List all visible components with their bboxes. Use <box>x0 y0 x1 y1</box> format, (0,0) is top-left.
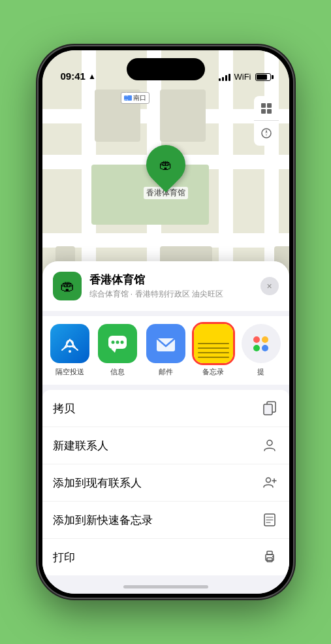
map-label-icon: 出口 <box>124 95 132 101</box>
signal-bar-1 <box>219 78 221 81</box>
mail-label: 邮件 <box>159 367 173 377</box>
location-venue-icon: 🏟 <box>53 272 82 300</box>
compass-icon <box>260 127 272 139</box>
action-add-contact[interactable]: 添加到现有联系人 <box>42 464 289 502</box>
more-button[interactable] <box>242 324 281 363</box>
status-icons: WiFi <box>219 72 271 82</box>
signal-bars <box>219 73 230 81</box>
person-add-icon <box>260 474 279 492</box>
svg-point-12 <box>116 341 119 344</box>
action-print-label: 打印 <box>53 550 75 565</box>
notes-line <box>198 357 229 358</box>
action-new-contact[interactable]: 新建联系人 <box>42 427 289 464</box>
signal-bar-2 <box>222 77 224 81</box>
svg-rect-1 <box>267 103 272 108</box>
map-block <box>160 89 206 142</box>
svg-rect-27 <box>267 558 272 562</box>
map-controls <box>254 96 279 146</box>
location-subtitle: 综合体育馆 · 香港特别行政区 油尖旺区 <box>89 289 253 300</box>
map-type-button[interactable] <box>254 96 279 121</box>
dot-blue <box>262 345 268 351</box>
battery-icon <box>255 73 271 81</box>
action-quick-note[interactable]: 添加到新快速备忘录 <box>42 502 289 539</box>
map-road <box>42 233 289 248</box>
airdrop-icon <box>50 324 89 363</box>
airdrop-label: 隔空投送 <box>55 367 84 377</box>
print-svg <box>262 550 277 564</box>
copy-svg <box>262 401 277 415</box>
svg-point-18 <box>266 478 270 483</box>
person-add-svg <box>262 475 277 490</box>
share-app-notes[interactable]: 备忘录 <box>191 324 236 377</box>
share-app-mail[interactable]: 邮件 <box>143 324 188 377</box>
note-svg <box>262 513 277 527</box>
svg-point-11 <box>112 341 115 344</box>
pin-inner-icon: 🏟 <box>159 157 172 172</box>
location-name: 香港体育馆 <box>89 272 253 287</box>
action-copy[interactable]: 拷贝 <box>42 390 289 427</box>
home-indicator <box>123 585 208 588</box>
svg-point-13 <box>121 341 124 344</box>
messages-svg <box>106 332 129 355</box>
phone-frame: 09:41 ▲ WiFi <box>39 46 293 598</box>
notes-line <box>198 347 229 349</box>
copy-icon <box>260 399 279 417</box>
dynamic-island <box>127 58 205 80</box>
notes-line <box>198 343 229 344</box>
share-app-airdrop[interactable]: 隔空投送 <box>48 324 93 377</box>
notes-icon <box>194 324 233 363</box>
print-icon <box>260 548 279 566</box>
svg-rect-0 <box>261 103 266 108</box>
notes-lines <box>194 324 233 363</box>
svg-point-8 <box>69 350 71 353</box>
notes-label: 备忘录 <box>202 367 224 377</box>
svg-point-28 <box>272 556 274 557</box>
mail-icon <box>146 324 185 363</box>
wifi-icon: WiFi <box>234 72 251 82</box>
person-svg <box>262 438 277 453</box>
note-icon <box>260 511 279 529</box>
map-label-text: 南口 <box>133 93 146 103</box>
messages-icon <box>98 324 137 363</box>
svg-marker-6 <box>265 133 267 137</box>
share-app-messages[interactable]: 信息 <box>95 324 140 377</box>
action-add-contact-label: 添加到现有联系人 <box>53 475 142 491</box>
person-icon <box>260 436 279 455</box>
action-quick-note-label: 添加到新快速备忘录 <box>53 513 153 528</box>
svg-rect-3 <box>267 109 272 114</box>
share-apps-row: 隔空投送 信息 <box>42 316 289 385</box>
mail-svg <box>154 332 178 355</box>
airdrop-svg <box>59 333 80 354</box>
map-label: 出口 南口 <box>121 92 150 104</box>
svg-rect-26 <box>267 551 272 555</box>
location-arrow-icon: ▲ <box>88 72 96 81</box>
signal-bar-4 <box>229 74 230 81</box>
map-type-icon <box>260 102 273 115</box>
pin-circle: 🏟 <box>138 137 193 193</box>
more-label: 提 <box>257 367 264 377</box>
dot-yellow <box>262 336 268 343</box>
location-info: 香港体育馆 综合体育馆 · 香港特别行政区 油尖旺区 <box>89 272 253 300</box>
more-colored-dots <box>252 335 270 353</box>
close-button[interactable]: × <box>260 277 279 295</box>
compass-button[interactable] <box>254 121 279 146</box>
notes-selected-outline <box>194 324 233 363</box>
svg-rect-16 <box>264 404 272 415</box>
location-header: 🏟 香港体育馆 综合体育馆 · 香港特别行政区 油尖旺区 × <box>42 261 289 311</box>
svg-marker-5 <box>265 129 267 133</box>
signal-bar-3 <box>225 75 227 81</box>
action-list: 拷贝 新建联系人 <box>42 390 289 575</box>
status-time: 09:41 <box>61 71 86 82</box>
phone-screen: 09:41 ▲ WiFi <box>42 50 289 594</box>
dot-green <box>253 345 260 351</box>
bottom-sheet: 🏟 香港体育馆 综合体育馆 · 香港特别行政区 油尖旺区 × <box>42 261 289 594</box>
notes-line <box>198 352 229 353</box>
action-new-contact-label: 新建联系人 <box>53 438 108 453</box>
svg-marker-10 <box>111 349 116 353</box>
battery-fill <box>257 74 267 80</box>
action-copy-label: 拷贝 <box>53 401 75 416</box>
action-print[interactable]: 打印 <box>42 539 289 575</box>
share-app-more[interactable]: 提 <box>238 324 283 377</box>
svg-point-17 <box>267 440 272 445</box>
messages-label: 信息 <box>110 367 125 377</box>
